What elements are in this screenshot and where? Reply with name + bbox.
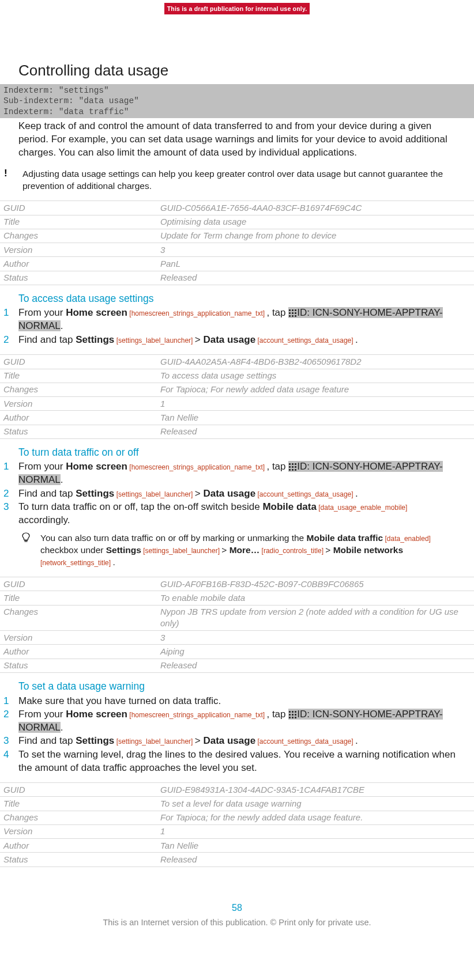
content: Controlling data usage Indexterm: "setti…: [0, 60, 474, 929]
meta-label: Status: [0, 271, 157, 285]
step-text: To turn data traffic on or off, tap the …: [18, 501, 407, 525]
intro-paragraph: Keep track of and control the amount of …: [18, 120, 456, 160]
table-row: ChangesNypon JB TRS update from version …: [0, 605, 474, 631]
page-title: Controlling data usage: [18, 60, 456, 81]
step-text: Find and tap Settings [settings_label_la…: [18, 334, 358, 345]
indexterm-line: Indexterm: "settings": [3, 85, 474, 96]
banner-text: This is a draft publication for internal…: [164, 3, 310, 14]
step: From your Home screen [homescreen_string…: [18, 460, 456, 486]
meta-label: Author: [0, 839, 157, 853]
meta-value: Tan Nellie: [157, 411, 474, 425]
meta-label: Title: [0, 797, 157, 811]
meta-label: Changes: [0, 605, 157, 631]
metadata-table: GUIDGUID-AF0FB16B-F83D-452C-B097-C0BB9FC…: [0, 577, 474, 673]
meta-value: Released: [157, 659, 474, 672]
table-row: StatusReleased: [0, 853, 474, 867]
table-row: StatusReleased: [0, 425, 474, 438]
meta-label: Status: [0, 425, 157, 438]
tip-icon: [22, 532, 35, 544]
important-text: Adjusting data usage settings can help y…: [22, 168, 456, 192]
metadata-table: GUIDGUID-E984931A-1304-4ADC-93A5-1CA4FAB…: [0, 782, 474, 867]
steps-list: Make sure that you have turned on data t…: [18, 695, 456, 775]
table-row: ChangesUpdate for Term change from phone…: [0, 229, 474, 243]
metadata-table: GUIDGUID-C0566A1E-7656-4AA0-83CF-B16974F…: [0, 200, 474, 285]
table-row: AuthorTan Nellie: [0, 411, 474, 425]
meta-value: Nypon JB TRS update from version 2 (note…: [157, 605, 474, 631]
indexterm-box: Indexterm: "settings" Sub-indexterm: "da…: [0, 84, 474, 118]
table-row: Version3: [0, 243, 474, 257]
table-row: GUIDGUID-E984931A-1304-4ADC-93A5-1CA4FAB…: [0, 783, 474, 797]
step: Find and tap Settings [settings_label_la…: [18, 735, 456, 748]
meta-label: GUID: [0, 355, 157, 369]
meta-value: 3: [157, 631, 474, 645]
tip-text: You can also turn data traffic on or off…: [40, 532, 456, 569]
table-row: Version1: [0, 397, 474, 411]
table-row: GUIDGUID-4AA02A5A-A8F4-4BD6-B3B2-4065096…: [0, 355, 474, 369]
step: Make sure that you have turned on data t…: [18, 695, 456, 708]
steps-list: From your Home screen [homescreen_string…: [18, 460, 456, 527]
meta-label: Author: [0, 411, 157, 425]
table-row: GUIDGUID-C0566A1E-7656-4AA0-83CF-B16974F…: [0, 201, 474, 215]
important-note: ! Adjusting data usage settings can help…: [18, 168, 456, 192]
meta-value: Released: [157, 271, 474, 285]
step-text: Find and tap Settings [settings_label_la…: [18, 488, 358, 499]
grid-icon: [288, 710, 296, 718]
table-row: AuthorAiping: [0, 645, 474, 659]
metadata-table: GUIDGUID-4AA02A5A-A8F4-4BD6-B3B2-4065096…: [0, 354, 474, 439]
meta-label: Version: [0, 631, 157, 645]
meta-label: GUID: [0, 201, 157, 215]
meta-value: GUID-4AA02A5A-A8F4-4BD6-B3B2-4065096178D…: [157, 355, 474, 369]
meta-value: 1: [157, 824, 474, 838]
meta-value: Update for Term change from phone to dev…: [157, 229, 474, 243]
meta-value: Tan Nellie: [157, 839, 474, 853]
subheading: To turn data traffic on or off: [18, 446, 456, 460]
step: Find and tap Settings [settings_label_la…: [18, 487, 456, 501]
meta-value: 1: [157, 397, 474, 411]
table-row: ChangesFor Tapioca; For newly added data…: [0, 383, 474, 396]
meta-value: To access data usage settings: [157, 369, 474, 383]
table-row: GUIDGUID-AF0FB16B-F83D-452C-B097-C0BB9FC…: [0, 577, 474, 591]
step-text: From your Home screen [homescreen_string…: [18, 461, 443, 485]
table-row: AuthorTan Nellie: [0, 839, 474, 853]
table-row: StatusReleased: [0, 271, 474, 285]
meta-label: GUID: [0, 577, 157, 591]
meta-value: 3: [157, 243, 474, 257]
table-row: StatusReleased: [0, 659, 474, 672]
table-row: Version3: [0, 631, 474, 645]
meta-value: Optimising data usage: [157, 215, 474, 229]
step: Find and tap Settings [settings_label_la…: [18, 334, 456, 347]
indexterm-line: Sub-indexterm: "data usage": [3, 96, 474, 106]
table-row: TitleTo enable mobile data: [0, 591, 474, 605]
grid-icon: [288, 309, 296, 317]
table-row: TitleTo access data usage settings: [0, 369, 474, 383]
meta-label: Changes: [0, 383, 157, 396]
meta-label: Title: [0, 369, 157, 383]
step-text: To set the warning level, drag the lines…: [18, 749, 456, 773]
meta-label: Title: [0, 215, 157, 229]
meta-value: Released: [157, 853, 474, 867]
meta-label: Title: [0, 591, 157, 605]
step: To set the warning level, drag the lines…: [18, 748, 456, 774]
meta-value: To set a level for data usage warning: [157, 797, 474, 811]
step: To turn data traffic on or off, tap the …: [18, 501, 456, 527]
tip-note: You can also turn data traffic on or off…: [22, 532, 456, 569]
meta-value: For Tapioca; For newly added data usage …: [157, 383, 474, 396]
meta-value: For Tapioca; for the newly added data us…: [157, 811, 474, 824]
meta-label: Author: [0, 257, 157, 271]
step: From your Home screen [homescreen_string…: [18, 708, 456, 734]
steps-list: From your Home screen [homescreen_string…: [18, 307, 456, 346]
meta-label: Version: [0, 824, 157, 838]
table-row: TitleOptimising data usage: [0, 215, 474, 229]
meta-label: Version: [0, 397, 157, 411]
bulb-icon: [22, 532, 30, 542]
banner-top: This is a draft publication for internal…: [0, 0, 474, 14]
meta-value: PanL: [157, 257, 474, 271]
grid-icon: [288, 463, 296, 471]
meta-label: Author: [0, 645, 157, 659]
step-text: From your Home screen [homescreen_string…: [18, 709, 443, 733]
meta-value: GUID-AF0FB16B-F83D-452C-B097-C0BB9FC0686…: [157, 577, 474, 591]
important-icon: !: [4, 168, 17, 178]
meta-value: To enable mobile data: [157, 591, 474, 605]
meta-label: Status: [0, 659, 157, 672]
step-text: Find and tap Settings [settings_label_la…: [18, 735, 358, 746]
